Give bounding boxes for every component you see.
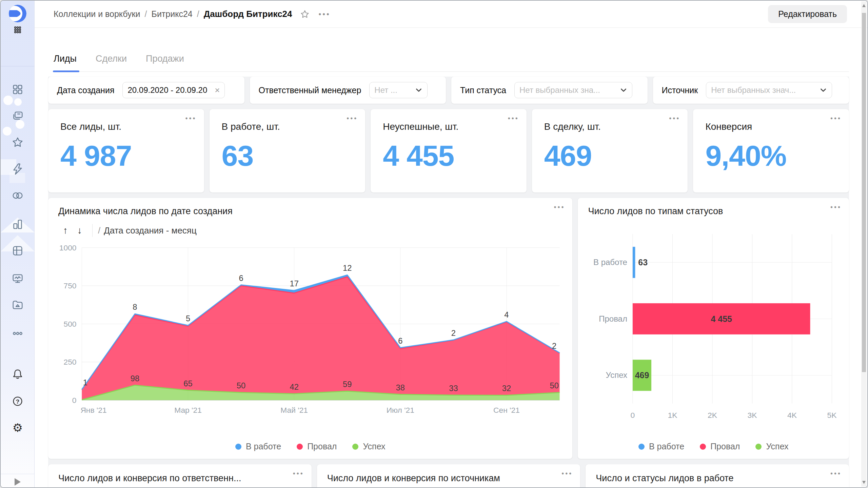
manager-select[interactable]: Нет ... [369, 82, 428, 98]
kpi-value: 63 [222, 139, 366, 172]
sidebar-divider [1, 66, 34, 66]
bar-chart-legend: В работеПровалУспех [588, 442, 839, 453]
select-placeholder: Нет ... [374, 85, 410, 95]
drill-down-icon[interactable]: ↓ [73, 225, 87, 236]
card-menu-button[interactable]: ••• [347, 115, 358, 122]
breadcrumb-collections[interactable]: Коллекции и воркбуки [54, 9, 140, 19]
chart-title: Динамика числа лидов по дате создания [58, 206, 562, 217]
legend-item[interactable]: Успех [352, 442, 385, 451]
header-menu-button[interactable]: ••• [319, 10, 331, 19]
card-menu-button[interactable]: ••• [830, 203, 842, 211]
card-menu-button[interactable]: ••• [830, 115, 842, 122]
area-chart-legend: В работеПровалУспех [58, 442, 562, 453]
scroll-down-icon[interactable] [862, 481, 866, 484]
svg-text:469: 469 [635, 370, 649, 380]
breadcrumb-separator: / [197, 9, 199, 19]
legend-dot-icon [638, 444, 645, 450]
favorites-star-icon[interactable] [11, 136, 24, 149]
quick-actions-bolt-icon[interactable] [11, 162, 24, 176]
tab-leads[interactable]: Лиды [54, 54, 77, 72]
legend-label: Провал [710, 442, 740, 451]
legend-item[interactable]: Провал [700, 442, 740, 451]
svg-text:Провал: Провал [599, 314, 628, 323]
svg-text:1000: 1000 [59, 243, 77, 252]
card-menu-button[interactable]: ••• [561, 470, 573, 477]
svg-text:Янв '21: Янв '21 [80, 406, 106, 414]
apps-grid-icon[interactable] [11, 23, 24, 37]
expand-sidebar-button[interactable] [11, 475, 24, 488]
edit-button[interactable]: Редактировать [768, 5, 847, 23]
help-question-icon[interactable]: ? [11, 394, 24, 408]
leads-in-progress-card: ••• Число и статусы лидов в работе [586, 464, 849, 487]
svg-text:1: 1 [83, 378, 87, 387]
status-type-select[interactable]: Нет выбранных зна... [514, 82, 632, 98]
date-range-input[interactable]: 20.09.2020 - 20.09.20 × [122, 82, 225, 98]
svg-text:8: 8 [133, 302, 137, 311]
filter-creation-date: Дата создания 20.09.2020 - 20.09.20 × [48, 77, 244, 104]
connections-circles-icon[interactable] [11, 189, 24, 202]
dashboards-tiles-icon[interactable] [11, 83, 24, 96]
kpi-all-leads: ••• Все лиды, шт. 4 987 [48, 109, 204, 192]
leads-dynamics-area-chart[interactable]: 0250500750100098655042593833325018561712… [58, 243, 562, 426]
tab-deals[interactable]: Сделки [96, 54, 127, 72]
filters-row: Дата создания 20.09.2020 - 20.09.20 × От… [48, 77, 849, 104]
card-menu-button[interactable]: ••• [669, 115, 680, 122]
svg-text:59: 59 [343, 380, 352, 389]
page-header: Коллекции и воркбуки / Битрикс24 / Дашбо… [35, 1, 867, 28]
tab-sales[interactable]: Продажи [146, 54, 184, 72]
legend-item[interactable]: Провал [297, 442, 337, 451]
scroll-up-icon[interactable] [862, 4, 866, 7]
legend-label: В работе [649, 442, 684, 451]
datalens-logo[interactable] [9, 5, 26, 22]
svg-text:0: 0 [72, 396, 77, 405]
leads-dynamics-card: ••• Динамика числа лидов по дате создани… [48, 198, 572, 459]
filter-status-type: Тип статуса Нет выбранных зна... [451, 77, 648, 104]
breadcrumb-workbook[interactable]: Битрикс24 [151, 9, 192, 19]
sidebar-decor-circle [3, 96, 13, 105]
settings-gear-icon[interactable]: ⚙ [11, 421, 24, 434]
card-menu-button[interactable]: ••• [185, 115, 197, 122]
legend-item[interactable]: В работе [638, 442, 684, 451]
kpi-title: В работе, шт. [222, 121, 366, 132]
source-select[interactable]: Нет выбранных знач... [706, 82, 832, 98]
legend-label: В работе [246, 442, 281, 451]
workbooks-icon[interactable] [11, 109, 24, 123]
drill-breadcrumb[interactable]: Дата создания - месяц [104, 225, 197, 236]
kpi-conversion: ••• Конверсия 9,40% [693, 109, 849, 192]
svg-text:17: 17 [290, 279, 298, 288]
card-menu-button[interactable]: ••• [830, 470, 842, 477]
favorite-star-button[interactable] [300, 9, 310, 19]
breadcrumb-separator: / [145, 9, 147, 19]
card-menu-button[interactable]: ••• [554, 203, 565, 211]
kpi-value: 9,40% [705, 139, 849, 172]
sidebar-decor-circle [14, 98, 22, 106]
charts-bars-icon[interactable] [11, 218, 24, 231]
table-icon[interactable] [11, 244, 24, 258]
sidebar-footer-divider [1, 474, 34, 474]
storage-folder-icon[interactable] [11, 298, 24, 312]
drill-up-icon[interactable]: ↑ [58, 225, 73, 236]
sidebar: ? ⚙ [1, 1, 35, 487]
vertical-scrollbar[interactable] [861, 1, 867, 487]
status-types-bar-chart[interactable]: В работе63Провал4 455Успех46901K2K3K4K5K [588, 229, 839, 432]
legend-item[interactable]: Успех [755, 442, 788, 451]
more-dots-icon[interactable] [11, 327, 24, 340]
svg-text:2: 2 [451, 328, 456, 338]
scrollbar-thumb[interactable] [862, 13, 866, 372]
chart-title: Число лидов и конверсия по источникам [327, 473, 570, 484]
card-menu-button[interactable]: ••• [508, 115, 519, 122]
charts-row: ••• Динамика числа лидов по дате создани… [48, 198, 849, 459]
svg-text:Июл '21: Июл '21 [387, 406, 414, 414]
card-menu-button[interactable]: ••• [293, 470, 304, 477]
filter-source: Источник Нет выбранных знач... [653, 77, 849, 104]
date-range-value: 20.09.2020 - 20.09.20 [127, 85, 213, 95]
clear-filter-icon[interactable]: × [215, 85, 220, 96]
filter-label: Дата создания [57, 85, 114, 95]
legend-item[interactable]: В работе [235, 442, 281, 451]
legend-label: Успех [363, 442, 385, 451]
kpi-in-progress: ••• В работе, шт. 63 [210, 109, 366, 192]
play-icon [15, 478, 21, 486]
notifications-bell-icon[interactable] [11, 367, 24, 381]
monitor-chart-icon[interactable] [11, 272, 24, 285]
legend-label: Провал [307, 442, 337, 451]
